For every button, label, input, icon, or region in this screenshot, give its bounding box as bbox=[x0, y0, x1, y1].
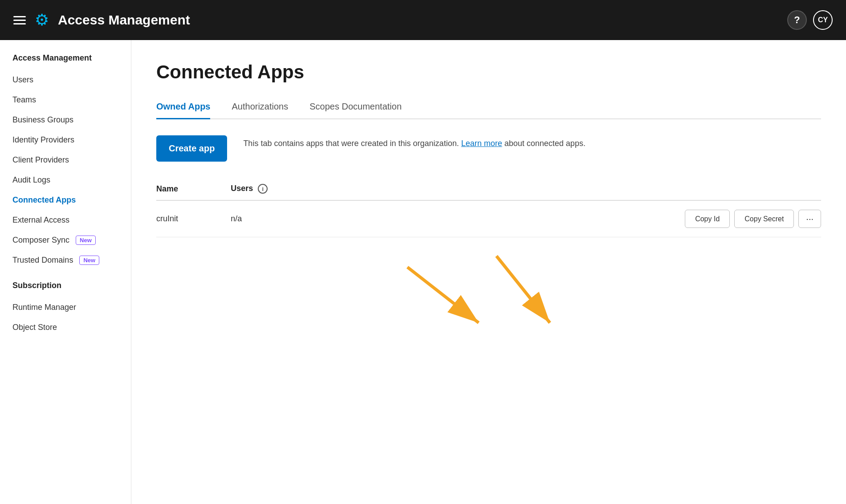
col-name: Name bbox=[156, 178, 231, 200]
sidebar-item-object-store[interactable]: Object Store bbox=[0, 317, 131, 337]
page-title: Connected Apps bbox=[156, 61, 821, 83]
col-users: Users i bbox=[231, 178, 357, 200]
tabs-bar: Owned Apps Authorizations Scopes Documen… bbox=[156, 95, 821, 119]
sidebar-item-client-providers[interactable]: Client Providers bbox=[0, 150, 131, 170]
sidebar-item-audit-logs[interactable]: Audit Logs bbox=[0, 170, 131, 190]
tab-content-owned-apps: Create app This tab contains apps that w… bbox=[156, 135, 821, 237]
sidebar-item-teams[interactable]: Teams bbox=[0, 90, 131, 110]
sidebar-item-business-groups[interactable]: Business Groups bbox=[0, 110, 131, 130]
tab-description: This tab contains apps that were created… bbox=[243, 137, 586, 150]
hamburger-menu[interactable] bbox=[13, 16, 26, 24]
composer-sync-badge: New bbox=[76, 236, 96, 245]
trusted-domains-badge: New bbox=[79, 256, 99, 265]
tab-authorizations[interactable]: Authorizations bbox=[232, 95, 288, 119]
gear-icon: ⚙ bbox=[35, 12, 49, 28]
sidebar-item-external-access[interactable]: External Access bbox=[0, 210, 131, 230]
sidebar-item-connected-apps[interactable]: Connected Apps bbox=[0, 190, 131, 210]
col-actions bbox=[357, 178, 821, 200]
sidebar-section-subscription: Subscription bbox=[0, 281, 131, 297]
table-row: cruInit n/a Copy Id Copy Secret ··· bbox=[156, 200, 821, 237]
svg-line-2 bbox=[407, 267, 479, 323]
sidebar-item-users[interactable]: Users bbox=[0, 70, 131, 90]
users-info-icon[interactable]: i bbox=[258, 184, 268, 194]
app-title: Access Management bbox=[58, 12, 190, 28]
top-navigation: ⚙ Access Management ? CY bbox=[0, 0, 846, 40]
app-users-cell: n/a bbox=[231, 200, 357, 237]
copy-secret-button[interactable]: Copy Secret bbox=[734, 210, 794, 228]
app-actions-cell: Copy Id Copy Secret ··· bbox=[357, 200, 821, 237]
sidebar-item-runtime-manager[interactable]: Runtime Manager bbox=[0, 297, 131, 317]
tab-owned-apps[interactable]: Owned Apps bbox=[156, 95, 210, 119]
sidebar: Access Management Users Teams Business G… bbox=[0, 40, 131, 504]
help-button[interactable]: ? bbox=[787, 10, 807, 30]
create-app-button[interactable]: Create app bbox=[156, 135, 227, 162]
main-content: Connected Apps Owned Apps Authorizations… bbox=[131, 40, 846, 504]
annotation-arrows bbox=[260, 254, 661, 387]
apps-table: Name Users i cruInit n/a bbox=[156, 178, 821, 237]
more-options-button[interactable]: ··· bbox=[798, 210, 821, 228]
sidebar-item-composer-sync[interactable]: Composer Sync New bbox=[0, 230, 131, 250]
svg-line-3 bbox=[496, 256, 550, 323]
tab-scopes-documentation[interactable]: Scopes Documentation bbox=[309, 95, 402, 119]
copy-id-button[interactable]: Copy Id bbox=[685, 210, 730, 228]
avatar[interactable]: CY bbox=[813, 10, 833, 30]
sidebar-item-identity-providers[interactable]: Identity Providers bbox=[0, 130, 131, 150]
app-name-cell: cruInit bbox=[156, 200, 231, 237]
learn-more-link[interactable]: Learn more bbox=[461, 139, 502, 148]
sidebar-section-access-management: Access Management bbox=[0, 53, 131, 70]
sidebar-item-trusted-domains[interactable]: Trusted Domains New bbox=[0, 250, 131, 270]
